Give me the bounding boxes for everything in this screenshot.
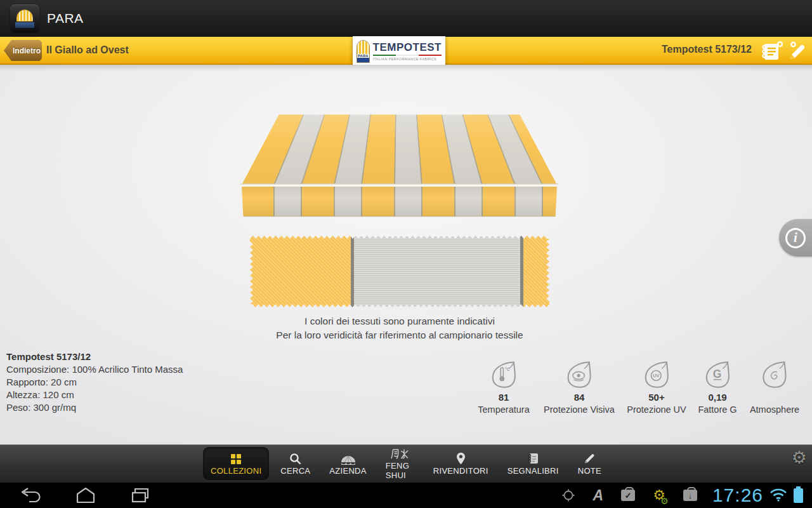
nav-item-cerca[interactable]: CERCA [273, 447, 318, 480]
product-altezza: Altezza: 120 cm [6, 389, 183, 401]
android-back-button[interactable] [18, 487, 42, 504]
clock: 17:26 [712, 485, 763, 506]
wifi-status-icon [769, 488, 787, 502]
tempotest-logo-tagline: ITALIAN PERFORMANCE FABRICS [373, 57, 442, 61]
collections-grid-icon [230, 452, 242, 465]
settings-gear-icon[interactable]: ⚙ [792, 448, 807, 468]
awning-preview [242, 89, 557, 217]
product-peso: Peso: 300 gr/mq [6, 401, 183, 414]
awning-top-surface [242, 114, 557, 185]
add-bookmark-icon[interactable] [759, 41, 783, 64]
a-status-icon: A [593, 487, 604, 504]
awning-front-rail [240, 184, 559, 187]
bottom-nav-bar: COLLEZIONI CERCA AZIENDA [0, 444, 812, 483]
awning-company-icon [340, 452, 357, 465]
app-title: PARA [47, 11, 84, 26]
nav-item-collezioni[interactable]: COLLEZIONI [203, 447, 269, 480]
para-app-icon [10, 4, 39, 32]
product-info: Tempotest 5173/12 Composizione: 100% Acr… [6, 351, 183, 414]
swatch-gray-stripe [354, 236, 520, 307]
uv-leaf-icon: UV [627, 359, 686, 390]
android-recents-button[interactable] [129, 487, 151, 504]
italian-flag-rule [373, 55, 442, 56]
nav-item-note[interactable]: NOTE [570, 447, 609, 480]
app-bar: PARA [0, 0, 812, 37]
update-gears-status-icon: ⚙⚙ [653, 487, 665, 504]
feng-shui-kanji-icon [391, 447, 409, 460]
checkmark-box-status-icon: ✓ [621, 490, 635, 501]
gps-status-icon [561, 488, 575, 502]
awning-valance [242, 187, 557, 217]
product-name: Tempotest 5173/12 [6, 351, 183, 363]
product-code: Tempotest 5173/12 [662, 44, 752, 55]
swatch-yellow-stripe [250, 236, 351, 307]
swatch-yellow-stripe [523, 236, 549, 307]
nav-item-azienda[interactable]: AZIENDA [322, 447, 374, 480]
search-icon [289, 452, 301, 465]
battery-status-icon [794, 488, 803, 503]
info-tab-button[interactable]: i [779, 219, 812, 257]
system-bar: A ✓ ⚙⚙ ↓ 17:26 [0, 483, 812, 508]
nav-item-feng-shui[interactable]: FENG SHUI [378, 447, 422, 480]
bookmarks-notebook-icon [527, 452, 539, 465]
edit-note-icon[interactable] [785, 41, 807, 64]
info-icon: i [785, 228, 806, 248]
header-bar: Indietro Il Giallo ad Ovest PARA TEMPOTE… [0, 37, 812, 65]
download-box-status-icon: ↓ [683, 490, 697, 501]
product-composition: Composizione: 100% Acrilico Tinto Massa [6, 363, 183, 376]
tempotest-logo: PARA TEMPOTEST ITALIAN PERFORMANCE FABRI… [353, 36, 445, 66]
color-disclaimer-line1: I colori dei tessuti sono puramente indi… [152, 316, 647, 327]
tempotest-logo-arch-icon: PARA [357, 40, 370, 63]
android-home-button[interactable] [75, 487, 96, 504]
color-disclaimer-line2: Per la loro veridicità far riferimento a… [152, 330, 647, 341]
collection-title: Il Giallo ad Ovest [46, 44, 129, 56]
eye-leaf-icon [544, 359, 615, 390]
metric-protezione-uv: UV 50+ Protezione UV [627, 359, 686, 415]
nav-item-rivenditori[interactable]: RIVENDITORI [426, 447, 496, 480]
metric-temperatura: °C 81 Temperatura [478, 359, 529, 415]
atmosphere-leaf-icon [750, 359, 799, 390]
thermometer-leaf-icon: °C [478, 359, 529, 390]
awning-arch-glyph [16, 10, 33, 22]
pencil-note-icon [583, 452, 596, 465]
tempotest-logo-title: TEMPOTEST [373, 41, 442, 54]
svg-text:G: G [712, 368, 721, 380]
metric-fattore-g: G 0,19 Fattore G [698, 359, 737, 415]
metric-atmosphere: Atmosphere [750, 359, 799, 415]
fabric-swatch [250, 236, 549, 307]
app-icon-band [15, 22, 34, 28]
map-pin-icon [456, 452, 466, 465]
svg-text:°C: °C [504, 367, 509, 371]
screen: PARA Indietro Il Giallo ad Ovest PARA TE… [0, 0, 812, 508]
g-factor-leaf-icon: G [698, 359, 737, 390]
nav-item-segnalibri[interactable]: SEGNALIBRI [500, 447, 566, 480]
back-button[interactable]: Indietro [4, 40, 42, 61]
product-rapporto: Rapporto: 20 cm [6, 376, 183, 389]
svg-text:UV: UV [653, 373, 659, 378]
metric-protezione-visiva: 84 Protezione Visiva [544, 359, 615, 415]
